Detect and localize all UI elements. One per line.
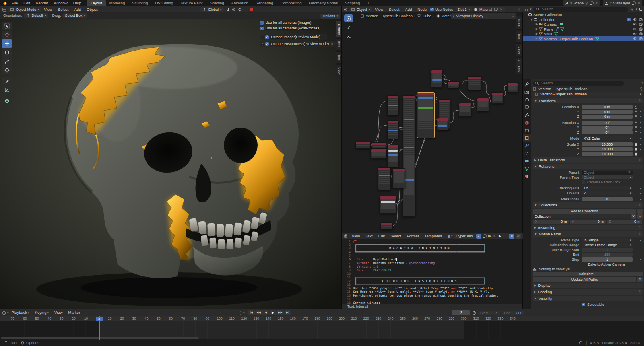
offset-z[interactable]: Z0 m [607, 220, 642, 224]
property-field-end[interactable]: 250 [582, 253, 633, 257]
panel-transform[interactable]: ▼Transform⠿ [533, 98, 643, 103]
outliner-row-camera[interactable]: ▶Camera [523, 22, 644, 27]
overlay-toggle-1[interactable]: ✓Use for all cameras (PostProcess) [260, 26, 321, 31]
outliner-item-label[interactable]: Vectron - HyperBulb Boolean [544, 37, 593, 41]
collection-specials-button[interactable]: ▾ [637, 214, 643, 219]
panel-visibility[interactable]: ▼Visibility⠿ [533, 296, 643, 301]
include-checkbox[interactable]: ✓ [627, 18, 631, 21]
current-frame-badge[interactable]: 2 [96, 317, 103, 321]
panel-instancing[interactable]: ▶Instancing⠿ [533, 225, 643, 230]
offset-y[interactable]: Y0 m [570, 220, 605, 224]
panel-motion-paths[interactable]: ▼Motion Paths⠿ [533, 231, 643, 237]
expand-chevron[interactable]: ▶ [535, 23, 539, 26]
timeline-menu-marker[interactable]: Marker [66, 309, 83, 316]
pin-icon[interactable]: ⚲ [640, 86, 643, 91]
workspace-tab-compositing[interactable]: Compositing [277, 0, 305, 6]
use-nodes-checkbox[interactable]: ✓ [430, 8, 434, 11]
update-all-paths-button[interactable]: Update All Paths [533, 277, 636, 282]
text-menu-templates[interactable]: Templates [422, 233, 445, 239]
selectable-checkbox[interactable]: ✓ [582, 303, 585, 306]
workspace-tab-modeling[interactable]: Modeling [106, 0, 129, 6]
properties-tab-particles[interactable] [523, 149, 531, 157]
play-button[interactable]: ▶ [270, 310, 277, 315]
animate-dot[interactable]: • [639, 143, 643, 146]
node-sidebar-tab-node[interactable]: Node [516, 16, 522, 30]
render-preview-skull[interactable] [0, 19, 341, 309]
menu-help[interactable]: Help [70, 0, 84, 6]
hide-viewport-icon[interactable] [633, 37, 637, 41]
animate-dot[interactable]: • [639, 126, 643, 129]
cancel-update-button[interactable]: ✕ [637, 277, 643, 282]
copy-icon[interactable] [494, 8, 498, 12]
timeline[interactable]: ▾ Playback ▾Keying ▾ViewMarker ▾ |◀◀◀◀▶▶… [0, 309, 644, 340]
property-field-z[interactable]: 0° [582, 130, 633, 134]
disable-render-icon[interactable] [639, 37, 643, 41]
properties-tab-object[interactable] [523, 134, 531, 142]
panel-shading[interactable]: ▶Shading⠿ [533, 289, 643, 295]
pin-icon[interactable]: ⚲ [585, 1, 588, 5]
outliner-item-label[interactable]: Camera [544, 22, 557, 27]
add-workspace-button[interactable]: + [363, 0, 373, 6]
shader-node-19[interactable] [380, 196, 396, 214]
property-field-mode[interactable]: XYZ Euler▾ [582, 136, 633, 140]
node-menu-view[interactable]: View [372, 6, 386, 13]
property-field-z[interactable]: 10.000 [582, 152, 633, 156]
node-sidebar-tab-tool[interactable]: Tool [516, 31, 522, 43]
current-frame-field[interactable]: 2 [452, 310, 470, 315]
shader-node-3[interactable] [387, 95, 399, 115]
properties-editor[interactable]: ▾Vectron - HyperBulb Boolean⚲▾Vectron - … [522, 79, 644, 340]
properties-tab-render[interactable] [523, 88, 531, 96]
sidebar-tab-tool[interactable]: Tool [336, 51, 341, 64]
properties-search-input[interactable] [541, 81, 621, 86]
annotate-tool[interactable] [344, 23, 353, 31]
editor-type-icon[interactable] [2, 311, 6, 315]
unlock-icon[interactable] [634, 130, 638, 134]
outliner-row-vectron-hyperbulb-boolean[interactable]: ▶Vectron - HyperBulb Boolean [523, 36, 644, 41]
hide-viewport-icon[interactable] [633, 32, 637, 36]
node-menu-add[interactable]: Add [402, 6, 415, 13]
shader-node-4[interactable] [387, 120, 399, 139]
hide-viewport-icon[interactable] [633, 17, 637, 21]
animate-dot[interactable]: • [639, 148, 643, 150]
overlay-checkbox-3[interactable]: ✓ [265, 42, 269, 46]
property-field-location-x[interactable]: 0 m [582, 105, 633, 109]
editor-type-icon[interactable] [344, 234, 348, 238]
copy-icon[interactable] [632, 1, 636, 5]
property-field-step[interactable]: 1 [582, 257, 633, 262]
shader-node-18[interactable] [392, 168, 405, 188]
lock-icon[interactable] [634, 142, 638, 146]
timeline-menu-view[interactable]: View [52, 309, 65, 316]
editor-type-icon[interactable] [344, 8, 348, 12]
outliner-item-label[interactable]: Collection [539, 17, 555, 22]
unlink-icon[interactable]: ✕ [493, 234, 496, 238]
disable-render-icon[interactable] [639, 32, 643, 36]
shader-type-dropdown[interactable]: Object▾ [349, 7, 372, 12]
properties-tab-world[interactable] [523, 119, 531, 126]
unlock-icon[interactable] [634, 105, 638, 109]
animate-dot[interactable]: • [639, 131, 643, 134]
frame-end-field[interactable]: End300 [502, 311, 524, 315]
run-script-icon[interactable]: ▶ [499, 234, 501, 238]
shader-node-11[interactable] [507, 83, 518, 93]
annotate-tool[interactable] [2, 77, 12, 85]
panel-collections[interactable]: ▼Collections⠿ [533, 202, 643, 208]
outliner-item-label[interactable]: Plane [544, 27, 553, 31]
workspace-tab-uv-editing[interactable]: UV Editing [151, 0, 177, 6]
expand-chevron[interactable]: ▶ [535, 37, 539, 40]
workspace-tab-animation[interactable]: Animation [228, 0, 252, 6]
add-to-collection-button[interactable]: Add to Collection [533, 209, 636, 214]
menu-edit[interactable]: Edit [21, 0, 33, 6]
expand-chevron[interactable]: ▼ [530, 18, 533, 21]
camera-parent-lock[interactable]: Camera Parent Lock [582, 180, 621, 185]
workspace-tab-geometry-nodes[interactable]: Geometry Nodes [305, 0, 342, 6]
collection-name-field[interactable]: Collection [533, 214, 630, 218]
drag-dropdown[interactable]: Select Box▾ [63, 13, 88, 18]
animate-dot[interactable]: • [639, 243, 643, 246]
animate-dot[interactable]: • [639, 152, 643, 155]
property-field-parent[interactable]: Object✎ [582, 171, 633, 175]
properties-tab-collection[interactable] [523, 126, 531, 134]
word-wrap-toggle[interactable]: ⏎ [516, 234, 521, 239]
animate-dot[interactable]: • [639, 192, 643, 194]
shader-node-10[interactable] [468, 76, 481, 90]
properties-tab-material[interactable] [523, 172, 531, 180]
